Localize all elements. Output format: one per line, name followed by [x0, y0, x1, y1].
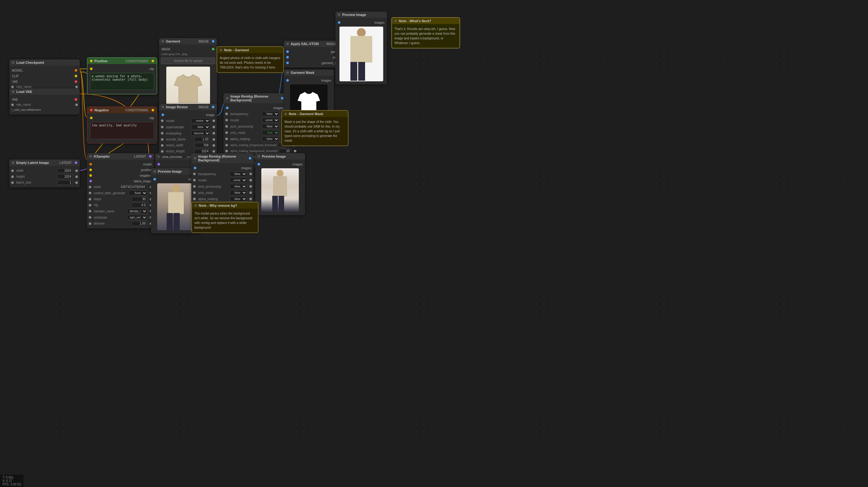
- resize-img-port[interactable]: [212, 106, 214, 108]
- width-left[interactable]: [11, 170, 14, 172]
- ks-steps-input[interactable]: [132, 197, 147, 201]
- rembg-bot-img-port[interactable]: [249, 157, 251, 160]
- load-checkpoint-title: Load Checkpoint: [16, 61, 44, 64]
- resize-height-right[interactable]: [213, 150, 215, 153]
- ks-sched-select[interactable]: sgm_uniform: [127, 215, 147, 220]
- batch-input[interactable]: [57, 180, 73, 185]
- ks-denoise-input[interactable]: [132, 221, 147, 226]
- ksampler-node: KSampler LATENT model positive negative …: [87, 153, 154, 228]
- width-right[interactable]: [75, 170, 78, 172]
- rembg-bot-imgs-port[interactable]: [194, 167, 196, 169]
- latent-out-port[interactable]: [75, 162, 77, 164]
- clip-in-label: clip: [149, 67, 154, 71]
- vae-name-right[interactable]: [75, 104, 78, 106]
- neg-clip-port[interactable]: [90, 117, 93, 119]
- status-time: T: 0.00s: [2, 476, 13, 479]
- resize-factor-input[interactable]: [194, 137, 210, 142]
- ks-cag-select[interactable]: fixed: [128, 191, 147, 196]
- resize-super-select[interactable]: false: [191, 124, 210, 130]
- ks-denoise-left[interactable]: [89, 222, 91, 225]
- ks-seed-left[interactable]: [89, 186, 91, 188]
- resize-factor-left[interactable]: [161, 138, 163, 141]
- resize-model-left[interactable]: [161, 119, 163, 122]
- resize-super-left[interactable]: [161, 126, 163, 128]
- preview-model-img-port[interactable]: [153, 178, 156, 180]
- pmr-imgs-port[interactable]: [257, 163, 260, 166]
- ks-sched-left[interactable]: [89, 216, 91, 219]
- node-canvas[interactable]: Load Checkpoint MODEL CLIP VAE ckpt_name…: [0, 0, 868, 487]
- resize-img-in-port[interactable]: [162, 114, 164, 116]
- positive-text-area[interactable]: [88, 71, 157, 92]
- resize-height-left[interactable]: [161, 150, 163, 153]
- fp-leg-l: [350, 62, 357, 81]
- ksampler-latent-port[interactable]: [149, 155, 152, 157]
- resize-resamp-select[interactable]: lanczos: [191, 131, 210, 136]
- ks-latent-row: latent_image: [87, 178, 154, 184]
- vae-name-value: r_sdxl_vae.safetensors: [12, 108, 41, 111]
- ks-cag-left[interactable]: [89, 192, 91, 194]
- model-output-port[interactable]: [75, 69, 77, 71]
- ks-neg-port[interactable]: [89, 174, 92, 177]
- ks-latent-port[interactable]: [89, 180, 92, 182]
- resize-factor-right[interactable]: [213, 138, 215, 141]
- ks-neg-label: negative: [140, 174, 152, 177]
- vae-out-port[interactable]: [75, 98, 77, 101]
- garment-title: Garment: [166, 39, 180, 43]
- resize-super-right[interactable]: [213, 126, 215, 128]
- ks-steps-left[interactable]: [89, 198, 91, 200]
- sal-mask-port[interactable]: [286, 62, 289, 64]
- body-shape: [168, 192, 184, 214]
- batch-left[interactable]: [11, 181, 14, 184]
- resize-resamp-left[interactable]: [161, 132, 163, 135]
- resize-resamp-right[interactable]: [213, 132, 215, 135]
- conditioning-port[interactable]: [152, 60, 154, 62]
- ks-cfg-input[interactable]: [132, 203, 147, 207]
- sal-person-port[interactable]: [286, 56, 289, 58]
- sal-garment-port[interactable]: [286, 50, 289, 53]
- positive-textarea[interactable]: [90, 73, 154, 90]
- garment-upload-btn[interactable]: choose file to upload: [161, 58, 215, 64]
- ks-cfg-left[interactable]: [89, 204, 91, 206]
- resize-width-input[interactable]: [194, 143, 210, 148]
- ks-denoise-row: denoise: [87, 221, 154, 226]
- garment-upload-label: choose file to upload: [174, 59, 203, 62]
- width-input[interactable]: [57, 168, 73, 173]
- rembg-top-imgs-port[interactable]: [226, 107, 228, 109]
- vae-out-label: VAE: [12, 98, 18, 101]
- ks-pos-port[interactable]: [89, 169, 92, 171]
- ksampler-body: model positive negative latent_image see…: [87, 160, 154, 228]
- resize-img-in-row: image: [159, 112, 217, 118]
- ckpt-right-port[interactable]: [75, 86, 78, 88]
- pt-imgs-port[interactable]: [338, 21, 340, 24]
- resize-height-input[interactable]: [194, 149, 210, 153]
- height-input[interactable]: [57, 174, 73, 179]
- negative-text-area[interactable]: [88, 121, 157, 141]
- resize-model-right[interactable]: [213, 119, 215, 122]
- height-right[interactable]: [75, 175, 78, 178]
- empty-latent-title: Empty Latent Image: [16, 161, 49, 165]
- ks-sampler-select[interactable]: dpmpp_sde: [127, 209, 147, 213]
- garment-img-port[interactable]: [212, 40, 214, 42]
- note-garment-title: Note - Garment: [224, 48, 249, 52]
- vae-output-port[interactable]: [75, 80, 77, 83]
- load-checkpoint-clip-row: CLIP: [9, 73, 80, 79]
- resize-width-right[interactable]: [213, 144, 215, 147]
- ks-model-port[interactable]: [89, 163, 92, 166]
- rembg-top-img-port[interactable]: [281, 97, 283, 99]
- gm-imgs-port[interactable]: [286, 79, 289, 82]
- resize-width-left[interactable]: [161, 144, 163, 147]
- ks-sampler-left[interactable]: [89, 210, 91, 212]
- vae-name-left[interactable]: [11, 104, 14, 106]
- ks-seed-input[interactable]: [119, 184, 147, 189]
- negative-textarea[interactable]: [90, 122, 154, 139]
- garment-mask-port[interactable]: [212, 48, 214, 50]
- clip-in-port[interactable]: [90, 67, 93, 70]
- resize-model-select[interactable]: resize: [191, 118, 210, 123]
- batch-right[interactable]: [75, 181, 78, 184]
- vd-samples-port[interactable]: [158, 163, 160, 166]
- ckpt-left-port[interactable]: [11, 86, 14, 88]
- clip-output-port[interactable]: [75, 75, 77, 77]
- ksampler-dot: [89, 155, 92, 157]
- height-left[interactable]: [11, 175, 14, 178]
- neg-conditioning-port[interactable]: [152, 109, 154, 111]
